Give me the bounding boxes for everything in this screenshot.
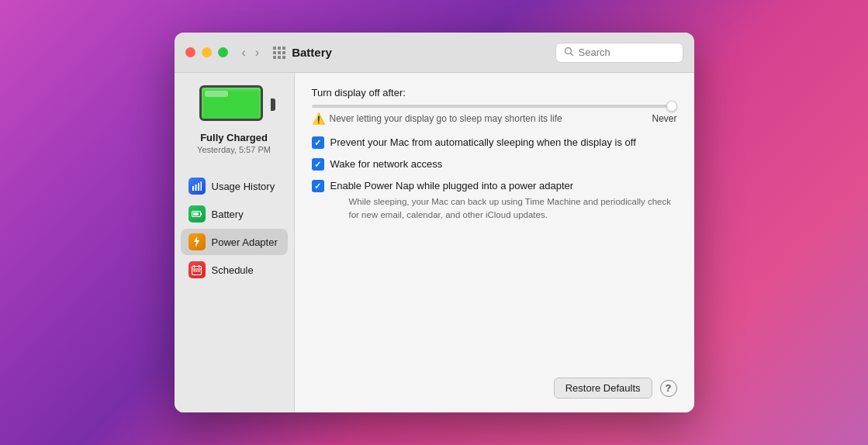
sidebar-label-battery: Battery <box>212 209 244 220</box>
usage-history-icon <box>188 178 206 195</box>
search-input[interactable] <box>579 47 675 58</box>
grid-icon[interactable] <box>273 47 285 59</box>
svg-line-1 <box>570 53 572 55</box>
checkbox-prevent-sleep-box[interactable]: ✓ <box>312 136 324 149</box>
restore-defaults-button[interactable]: Restore Defaults <box>554 378 652 398</box>
svg-rect-5 <box>201 181 202 191</box>
checkbox-prevent-sleep[interactable]: ✓ Prevent your Mac from automatically sl… <box>312 136 677 150</box>
svg-rect-2 <box>192 186 194 191</box>
svg-rect-7 <box>200 213 202 216</box>
slider-section-label: Turn display off after: <box>312 87 677 98</box>
titlebar: ‹ › Battery <box>175 33 694 73</box>
window-body: Fully Charged Yesterday, 5:57 PM Usage H… <box>175 73 694 412</box>
checkbox-wake-network[interactable]: ✓ Wake for network access <box>312 157 677 171</box>
titlebar-center: Battery <box>273 46 332 59</box>
footer: Restore Defaults ? <box>312 365 677 398</box>
nav-buttons: ‹ › <box>239 45 263 60</box>
back-button[interactable]: ‹ <box>239 45 249 60</box>
sidebar-nav: Usage History Battery <box>175 173 294 283</box>
checkbox-prevent-sleep-label: Prevent your Mac from automatically slee… <box>330 136 636 150</box>
svg-rect-3 <box>195 185 197 191</box>
never-label: Never <box>652 113 676 124</box>
checkbox-wake-network-label: Wake for network access <box>330 157 443 171</box>
svg-rect-16 <box>199 270 200 271</box>
checkbox-power-nap-sublabel: While sleeping, your Mac can back up usi… <box>349 195 677 222</box>
display-off-slider[interactable] <box>312 105 677 108</box>
svg-rect-14 <box>194 270 195 271</box>
sidebar-label-power-adapter: Power Adapter <box>212 236 278 248</box>
traffic-lights <box>185 47 228 57</box>
system-preferences-window: ‹ › Battery <box>175 33 694 412</box>
svg-rect-15 <box>196 270 198 271</box>
power-adapter-icon <box>188 233 206 250</box>
svg-marker-9 <box>194 236 199 247</box>
sidebar-item-power-adapter[interactable]: Power Adapter <box>181 229 288 255</box>
warning-row: ⚠️ Never letting your display go to slee… <box>312 112 677 125</box>
sidebar-label-schedule: Schedule <box>212 264 254 276</box>
battery-time-label: Yesterday, 5:57 PM <box>197 145 271 154</box>
svg-rect-4 <box>198 183 199 191</box>
checkbox-power-nap-label: Enable Power Nap while plugged into a po… <box>330 179 677 193</box>
slider-thumb[interactable] <box>666 101 677 112</box>
sidebar: Fully Charged Yesterday, 5:57 PM Usage H… <box>175 73 295 412</box>
search-icon <box>564 47 574 59</box>
battery-status-label: Fully Charged <box>200 132 268 143</box>
search-bar[interactable] <box>555 43 683 63</box>
svg-rect-8 <box>193 212 199 216</box>
checkbox-power-nap-box[interactable]: ✓ <box>312 180 324 192</box>
checkmark-power-nap: ✓ <box>314 181 321 191</box>
main-content: Turn display off after: ⚠️ Never letting… <box>295 73 694 412</box>
checkbox-wake-network-box[interactable]: ✓ <box>312 158 324 171</box>
minimize-button[interactable] <box>202 47 212 57</box>
sidebar-item-usage-history[interactable]: Usage History <box>181 173 288 199</box>
maximize-button[interactable] <box>218 47 228 57</box>
sidebar-item-battery[interactable]: Battery <box>181 201 288 227</box>
battery-nav-icon <box>188 205 206 222</box>
warning-text: Never letting your display go to sleep m… <box>330 113 648 124</box>
sidebar-label-usage-history: Usage History <box>212 181 275 192</box>
close-button[interactable] <box>185 47 195 57</box>
forward-button[interactable]: › <box>252 45 262 60</box>
sidebar-item-schedule[interactable]: Schedule <box>181 257 288 283</box>
display-off-slider-row <box>312 105 677 108</box>
checkmark-prevent-sleep: ✓ <box>314 138 321 148</box>
warning-icon: ⚠️ <box>312 112 325 125</box>
schedule-icon <box>188 261 206 278</box>
battery-status-display: Fully Charged Yesterday, 5:57 PM <box>197 85 271 154</box>
window-title: Battery <box>292 46 332 59</box>
checkmark-wake-network: ✓ <box>314 160 321 170</box>
help-button[interactable]: ? <box>660 380 677 397</box>
battery-icon <box>199 85 269 124</box>
checkbox-power-nap[interactable]: ✓ Enable Power Nap while plugged into a … <box>312 179 677 222</box>
battery-body <box>199 85 263 121</box>
